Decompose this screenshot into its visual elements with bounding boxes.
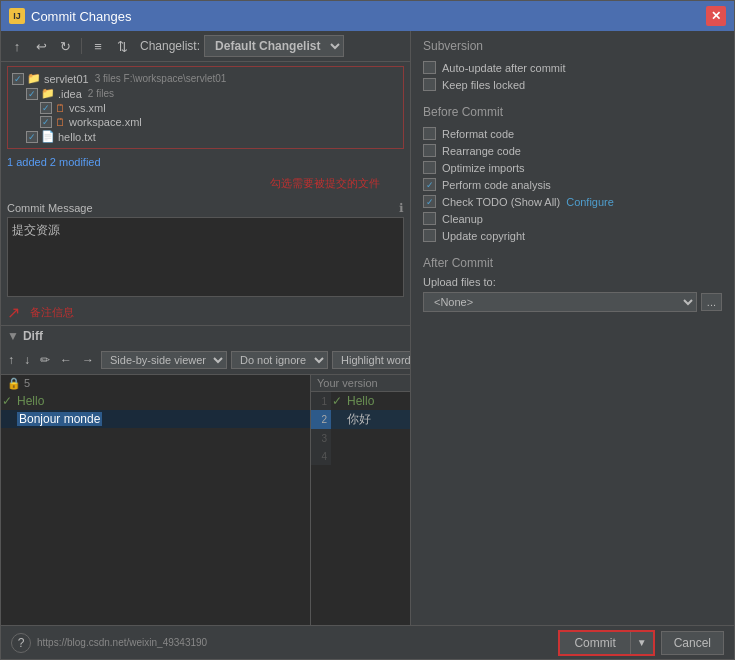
option-label-cleanup: Cleanup [442,213,483,225]
line-num: 4 [311,447,331,465]
txt-icon: 📄 [41,130,55,143]
option-label-reformat: Reformat code [442,128,514,140]
diff-right-btn[interactable]: → [79,352,97,368]
toolbar-sort-btn[interactable]: ⇅ [112,36,132,56]
highlight-select[interactable]: Highlight words [332,351,410,369]
toolbar-list-btn[interactable]: ≡ [88,36,108,56]
changelist-label: Changelist: [140,39,200,53]
checkbox-auto-update[interactable] [423,61,436,74]
configure-link[interactable]: Configure [566,196,614,208]
diff-line: 1 ✓ Hello [311,392,410,410]
help-button[interactable]: ? [11,633,31,653]
file-name: hello.txt [58,131,96,143]
xml-icon: 🗒 [55,116,66,128]
toolbar-refresh-btn[interactable]: ↻ [55,36,75,56]
cancel-button[interactable]: Cancel [661,631,724,655]
option-row-check-todo: Check TODO (Show All) Configure [423,193,722,210]
annotation2-text: 备注信息 [24,302,80,323]
toolbar-up-btn[interactable]: ↑ [7,36,27,56]
option-label-perform-analysis: Perform code analysis [442,179,551,191]
upload-select[interactable]: <None> [423,292,697,312]
diff-line-content [343,437,410,439]
tree-item-vcs[interactable]: 🗒 vcs.xml [12,101,399,115]
file-name: workspace.xml [69,116,142,128]
url-text: https://blog.csdn.net/weixin_49343190 [37,637,207,648]
tree-item-hello[interactable]: 📄 hello.txt [12,129,399,144]
before-commit-title: Before Commit [423,105,722,119]
checkbox-keep-locked[interactable] [423,78,436,91]
option-label-optimize: Optimize imports [442,162,525,174]
bottom-bar: ? https://blog.csdn.net/weixin_49343190 … [1,625,734,659]
commit-dropdown-button[interactable]: ▼ [630,632,653,654]
changelist-select[interactable]: Default Changelist [204,35,344,57]
checkbox-workspace[interactable] [40,116,52,128]
left-panel: ↑ ↩ ↻ ≡ ⇅ Changelist: Default Changelist… [1,31,411,625]
upload-more-btn[interactable]: ... [701,293,722,311]
diff-right-lines: 1 ✓ Hello 2 你好 3 [311,392,410,625]
diff-left-panel: 🔒 5 ✓ Hello Bonjour monde [1,375,311,625]
side-by-side-select[interactable]: Side-by-side viewer [101,351,227,369]
selected-text: Bonjour monde [17,412,102,426]
diff-line-content: Hello [13,393,310,409]
checkbox-update-copyright[interactable] [423,229,436,242]
diff-title: Diff [23,329,43,343]
file-name: .idea [58,88,82,100]
diff-line-content: 你好 [343,410,410,429]
right-panel: Subversion Auto-update after commit Keep… [411,31,734,625]
upload-row: <None> ... [423,292,722,312]
option-label-update-copyright: Update copyright [442,230,525,242]
option-row-cleanup: Cleanup [423,210,722,227]
diff-line [1,428,310,446]
subversion-title: Subversion [423,39,722,53]
diff-body: 🔒 5 ✓ Hello Bonjour monde [1,375,410,625]
checkbox-hello[interactable] [26,131,38,143]
option-row-optimize: Optimize imports [423,159,722,176]
commit-message-label: Commit Message [7,202,93,214]
option-row-rearrange: Rearrange code [423,142,722,159]
gutter-icon: ✓ [1,394,13,408]
diff-line-content [343,455,410,457]
checkbox-optimize[interactable] [423,161,436,174]
checkbox-rearrange[interactable] [423,144,436,157]
checkbox-vcs[interactable] [40,102,52,114]
diff-line: ✓ Hello [1,392,310,410]
line-num: 1 [311,392,331,410]
diff-edit-btn[interactable]: ✏ [37,352,53,368]
checkbox-idea[interactable] [26,88,38,100]
toolbar-divider [81,38,82,54]
diff-up-btn[interactable]: ↑ [5,352,17,368]
file-meta: 3 files F:\workspace\servlet01 [95,73,227,84]
checkbox-servlet01[interactable] [12,73,24,85]
checkbox-reformat[interactable] [423,127,436,140]
diff-line-content [13,454,310,456]
folder-icon: 📁 [41,87,55,100]
commit-message-section: Commit Message ℹ 提交资源 [1,201,410,300]
tree-item-idea[interactable]: 📁 .idea 2 files [12,86,399,101]
commit-button[interactable]: Commit [560,632,629,654]
diff-left-btn[interactable]: ← [57,352,75,368]
title-bar-left: IJ Commit Changes [9,8,131,24]
checkbox-check-todo[interactable] [423,195,436,208]
collapse-icon[interactable]: ▼ [7,329,19,343]
subversion-section: Subversion Auto-update after commit Keep… [423,39,722,93]
close-button[interactable]: ✕ [706,6,726,26]
gutter-icon: ✓ [331,394,343,408]
title-bar: IJ Commit Changes ✕ [1,1,734,31]
xml-icon: 🗒 [55,102,66,114]
commit-message-input[interactable]: 提交资源 [7,217,404,297]
tree-item-workspace[interactable]: 🗒 workspace.xml [12,115,399,129]
toolbar-undo-btn[interactable]: ↩ [31,36,51,56]
line-num: 2 [311,410,331,429]
checkbox-cleanup[interactable] [423,212,436,225]
tree-item-servlet01[interactable]: 📁 servlet01 3 files F:\workspace\servlet… [12,71,399,86]
diff-line-modified: Bonjour monde [1,410,310,428]
commit-message-header: Commit Message ℹ [7,201,404,215]
diff-col-header: Your version [311,375,410,392]
diff-down-btn[interactable]: ↓ [21,352,33,368]
arrow-icon: ↗ [7,303,20,322]
file-name: vcs.xml [69,102,106,114]
ignore-select[interactable]: Do not ignore [231,351,328,369]
checkbox-perform-analysis[interactable] [423,178,436,191]
annotation2-area: ↗ 备注信息 [1,300,410,325]
status-bar: 1 added 2 modified [1,153,410,171]
